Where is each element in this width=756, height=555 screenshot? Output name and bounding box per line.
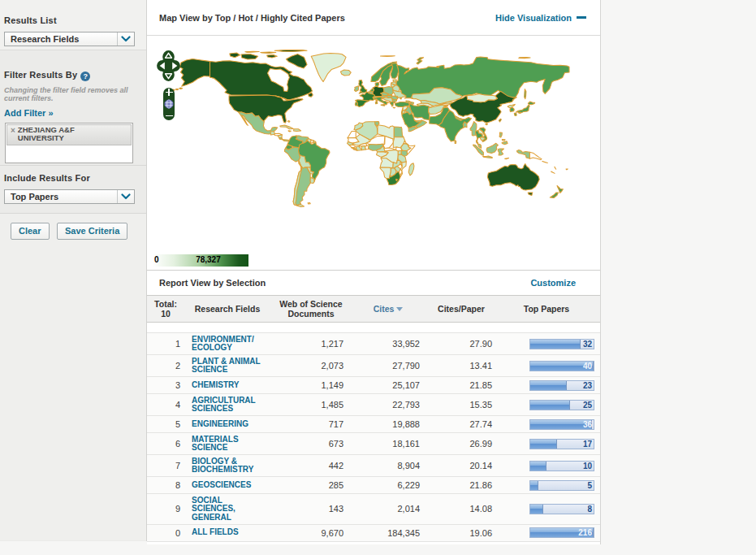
country-timor[interactable] <box>505 158 509 159</box>
country-png-east[interactable] <box>529 152 542 159</box>
country-panama[interactable] <box>283 140 290 141</box>
country-mindanao[interactable] <box>502 141 508 145</box>
map-pan-control[interactable] <box>157 50 180 81</box>
row-documents: 717 <box>270 419 352 429</box>
add-filter-link[interactable]: Add Filter » <box>4 108 54 118</box>
country-sakhalin[interactable] <box>525 89 526 99</box>
research-field-link[interactable]: AGRICULTURAL SCIENCES <box>184 394 270 415</box>
country-nz-north[interactable] <box>557 185 563 193</box>
country-bahamas[interactable] <box>287 121 290 123</box>
country-guatemala[interactable] <box>270 132 274 135</box>
country-sulawesi[interactable] <box>498 149 503 155</box>
country-ellesmere[interactable] <box>274 50 307 52</box>
country-jamaica[interactable] <box>288 131 291 132</box>
country-banks[interactable] <box>230 53 240 58</box>
country-shikoku[interactable] <box>518 112 521 113</box>
results-list-select[interactable]: Research Fields <box>4 32 135 46</box>
country-somerset[interactable] <box>267 54 278 58</box>
research-field-link[interactable]: ENVIRONMENT/ ECOLOGY <box>184 333 270 354</box>
country-wsahara[interactable] <box>348 131 356 137</box>
filter-chip[interactable]: × ZHEJIANG A&F UNIVERSITY <box>6 124 132 145</box>
country-sardinia[interactable] <box>375 102 377 103</box>
top-papers-bar-fill <box>530 340 581 349</box>
country-skorea[interactable] <box>510 107 514 111</box>
top-papers-bar: 25 <box>529 400 594 410</box>
research-field-link[interactable]: GEOSCIENCES <box>184 479 270 492</box>
research-field-link[interactable]: ALL FIELDS <box>184 527 270 540</box>
country-denmark[interactable] <box>375 82 379 86</box>
research-field-link[interactable]: CHEMISTRY <box>184 379 270 392</box>
zoom-in-button[interactable] <box>166 89 173 96</box>
country-egypt[interactable] <box>394 127 404 137</box>
map-area[interactable]: 0 78,327 <box>147 36 600 271</box>
country-visayas[interactable] <box>502 139 505 141</box>
help-icon[interactable]: ? <box>80 72 90 81</box>
country-aleut1[interactable] <box>175 89 179 90</box>
country-newcal[interactable] <box>551 171 555 173</box>
research-field-link[interactable]: ENGINEERING <box>184 418 270 431</box>
save-criteria-button[interactable]: Save Criteria <box>57 223 127 240</box>
country-namibia[interactable] <box>380 167 391 179</box>
country-canada[interactable] <box>210 61 313 101</box>
column-cites-sort[interactable]: Cites <box>352 304 425 314</box>
country-falk[interactable] <box>308 203 310 204</box>
zoom-out-button[interactable] <box>166 112 173 119</box>
include-select[interactable]: Top Papers <box>4 189 135 204</box>
country-honshu[interactable] <box>516 105 529 113</box>
country-greenland[interactable] <box>311 54 346 82</box>
research-field-link[interactable]: MATERIALS SCIENCE <box>184 433 270 454</box>
hide-visualization-link[interactable]: Hide Visualization <box>495 13 586 23</box>
country-arctic-misc1[interactable] <box>261 52 276 53</box>
country-newsib[interactable] <box>519 58 530 59</box>
clear-button[interactable]: Clear <box>11 223 50 240</box>
country-novaya[interactable] <box>417 58 424 64</box>
row-cites-per-paper: 26.99 <box>425 439 498 449</box>
filter-note-line1: Changing the filter field removes all <box>4 86 128 94</box>
country-baffin[interactable] <box>286 54 307 68</box>
country-java[interactable] <box>483 156 493 158</box>
country-srilanka[interactable] <box>455 141 456 144</box>
country-israel[interactable] <box>401 110 402 114</box>
country-arctic-misc2[interactable] <box>245 51 259 52</box>
country-tdf[interactable] <box>298 205 305 207</box>
country-australia[interactable] <box>487 164 539 191</box>
country-somalia[interactable] <box>407 145 415 154</box>
country-victoria-i[interactable] <box>241 54 258 59</box>
country-iceland[interactable] <box>340 70 351 76</box>
country-corsica[interactable] <box>376 101 378 102</box>
country-cuba[interactable] <box>280 125 294 129</box>
country-tasmania[interactable] <box>528 193 533 196</box>
country-fiji[interactable] <box>566 169 568 170</box>
remove-filter-icon[interactable]: × <box>11 127 15 143</box>
country-taiwan[interactable] <box>499 119 501 122</box>
country-svalbard[interactable] <box>381 56 395 57</box>
research-field-link[interactable]: SOCIAL SCIENCES, GENERAL <box>184 494 270 524</box>
country-uk[interactable] <box>359 80 367 94</box>
country-sicily[interactable] <box>381 105 385 106</box>
map-zoom-control[interactable] <box>163 88 175 120</box>
country-solomon[interactable] <box>542 161 547 163</box>
country-costarica[interactable] <box>279 138 283 140</box>
country-ivory[interactable] <box>356 146 362 150</box>
country-hokkaido[interactable] <box>528 102 534 105</box>
country-luzon[interactable] <box>499 132 502 137</box>
country-png-west[interactable] <box>516 150 529 159</box>
research-field-link[interactable]: BIOLOGY & BIOCHEMISTRY <box>184 455 270 476</box>
country-hainan[interactable] <box>486 124 487 125</box>
country-portugal[interactable] <box>355 102 357 106</box>
research-field-link[interactable]: PLANT & ANIMAL SCIENCE <box>184 355 270 376</box>
customize-link[interactable]: Customize <box>530 278 576 288</box>
country-vanuatu[interactable] <box>555 167 556 169</box>
country-hispaniola[interactable] <box>294 129 301 132</box>
country-peru[interactable] <box>285 147 300 162</box>
country-aleut2[interactable] <box>179 88 183 89</box>
country-crete[interactable] <box>393 107 395 108</box>
country-madagascar[interactable] <box>408 163 414 176</box>
filter-list: × ZHEJIANG A&F UNIVERSITY <box>5 123 133 163</box>
country-ireland[interactable] <box>354 86 358 92</box>
row-top-papers: 216 <box>498 527 595 538</box>
zoom-reset-button[interactable] <box>164 99 174 109</box>
country-kyushu[interactable] <box>514 113 516 115</box>
country-borneo[interactable] <box>486 143 498 153</box>
country-nz-south[interactable] <box>550 193 558 198</box>
